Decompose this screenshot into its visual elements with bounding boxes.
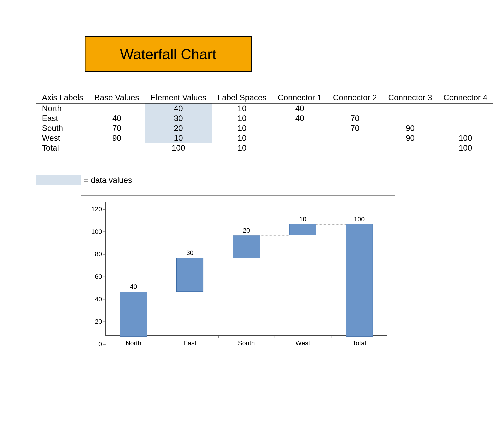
table-cell: 10	[212, 113, 272, 123]
table-cell: West	[36, 133, 89, 143]
bar	[176, 258, 204, 292]
y-axis	[105, 202, 106, 336]
bar-value-label: 30	[186, 249, 193, 258]
table-cell	[438, 103, 493, 114]
legend-swatch	[36, 175, 81, 185]
table-header: Label Spaces	[212, 92, 272, 103]
table-row: West90101090100	[36, 133, 493, 143]
table-header: Connector 1	[272, 92, 327, 103]
table-cell: 40	[272, 113, 327, 123]
table-cell	[383, 113, 438, 123]
x-category-label: North	[126, 336, 141, 347]
table-row: Total10010100	[36, 143, 493, 153]
table-cell	[438, 113, 493, 123]
table-cell: 90	[89, 133, 145, 143]
table-cell	[327, 133, 383, 143]
y-tick-label: 60	[95, 273, 105, 281]
table-cell	[327, 103, 383, 114]
table-cell: 100	[438, 133, 493, 143]
table-cell: Total	[36, 143, 89, 153]
table-cell: 90	[383, 123, 438, 133]
y-tick-label: 0	[98, 340, 105, 348]
y-tick-label: 120	[91, 206, 105, 213]
table-cell	[438, 123, 493, 133]
y-tick-label: 100	[91, 228, 105, 235]
table-header: Axis Labels	[36, 92, 89, 103]
table-cell: 10	[212, 133, 272, 143]
x-tick	[331, 336, 332, 338]
table-cell: 90	[383, 133, 438, 143]
connector-line	[260, 236, 289, 236]
table-cell: 70	[327, 113, 383, 123]
table-row: South7020107090	[36, 123, 493, 133]
table-header: Element Values	[145, 92, 212, 103]
table-header: Connector 4	[438, 92, 493, 103]
table-cell	[327, 143, 383, 153]
x-category-label: West	[296, 336, 310, 347]
table-cell: 10	[145, 133, 212, 143]
table-cell: 70	[89, 123, 145, 133]
table-header: Connector 3	[383, 92, 438, 103]
x-tick	[274, 336, 275, 338]
table-cell: 40	[145, 103, 212, 114]
table-cell: 40	[89, 113, 145, 123]
table-cell: 10	[212, 123, 272, 133]
x-category-label: Total	[352, 336, 366, 347]
table-cell: 100	[145, 143, 212, 153]
table-header: Base Values	[89, 92, 145, 103]
y-tick-label: 20	[95, 318, 105, 325]
bar-value-label: 40	[130, 283, 137, 292]
table-cell: 40	[272, 103, 327, 114]
bar	[233, 236, 260, 258]
chart-title-box: Waterfall Chart	[85, 36, 252, 72]
connector-line	[147, 292, 176, 292]
table-cell: 10	[212, 103, 272, 114]
x-tick	[162, 336, 162, 338]
bar-value-label: 100	[354, 216, 364, 224]
connector-line	[204, 258, 233, 258]
x-tick	[218, 336, 218, 338]
waterfall-chart: 02040608010012040North30East20South10Wes…	[81, 195, 395, 352]
table-row: North401040	[36, 103, 493, 114]
table-cell: 70	[327, 123, 383, 133]
bar-value-label: 10	[299, 216, 306, 224]
legend: = data values	[36, 175, 468, 185]
table-cell: North	[36, 103, 89, 114]
table-cell: 30	[145, 113, 212, 123]
x-category-label: East	[184, 336, 196, 347]
x-category-label: South	[238, 336, 255, 347]
plot-area: 02040608010012040North30East20South10Wes…	[105, 202, 387, 336]
connector-line	[316, 224, 346, 224]
bar	[346, 224, 373, 337]
y-tick-label: 40	[95, 295, 105, 303]
data-table: Axis LabelsBase ValuesElement ValuesLabe…	[36, 92, 493, 153]
bar	[120, 292, 147, 337]
y-tick-label: 80	[95, 250, 105, 258]
table-cell: South	[36, 123, 89, 133]
legend-text: = data values	[84, 176, 132, 185]
table-cell	[272, 123, 327, 133]
table-header: Connector 2	[327, 92, 383, 103]
table-cell: 10	[212, 143, 272, 153]
bar	[289, 224, 316, 236]
table-cell	[272, 143, 327, 153]
table-cell	[383, 103, 438, 114]
table-cell	[89, 143, 145, 153]
bar-value-label: 20	[243, 227, 250, 236]
table-cell: 100	[438, 143, 493, 153]
table-cell	[383, 143, 438, 153]
table-cell	[272, 133, 327, 143]
table-row: East4030104070	[36, 113, 493, 123]
table-cell: East	[36, 113, 89, 123]
table-cell	[89, 103, 145, 114]
table-cell: 20	[145, 123, 212, 133]
chart-title: Waterfall Chart	[120, 46, 216, 62]
